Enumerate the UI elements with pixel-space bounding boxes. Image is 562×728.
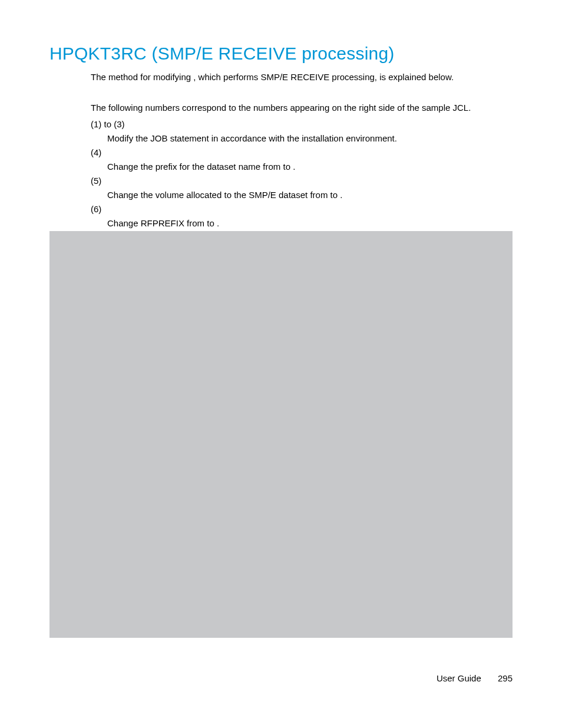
list-item-text: Change the volume allocated to the SMP/E… — [107, 189, 531, 201]
list-item-text: Change the prefix for the dataset name f… — [107, 160, 520, 173]
list-item-number: (6) — [91, 203, 101, 215]
section-heading: HPQKT3RC (SMP/E RECEIVE processing) — [49, 44, 394, 64]
note-paragraph: The following numbers correspond to the … — [91, 101, 515, 114]
page: HPQKT3RC (SMP/E RECEIVE processing) The … — [0, 0, 562, 728]
list-item-number: (4) — [91, 146, 101, 159]
intro-paragraph: The method for modifying , which perform… — [91, 71, 503, 83]
list-item-text: Change RFPREFIX from to . — [107, 217, 520, 229]
footer-label: User Guide — [437, 673, 481, 683]
footer-page-number: 295 — [498, 673, 513, 683]
list-item-number: (1) to (3) — [91, 118, 125, 130]
list-item-text: Modify the JOB statement in accordance w… — [107, 132, 520, 144]
list-item-number: (5) — [91, 174, 101, 187]
code-block-placeholder — [49, 231, 513, 638]
page-footer: User Guide 295 — [437, 673, 513, 683]
